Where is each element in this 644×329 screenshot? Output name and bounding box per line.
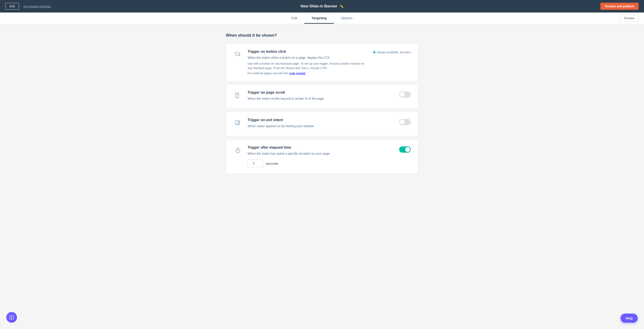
svg-line-9 (238, 121, 240, 123)
tab-edit[interactable]: Edit (284, 13, 304, 24)
page-scroll-desc: When the visitor scrolls beyond a certai… (248, 96, 394, 101)
button-click-external: For external pages use with the code sni… (248, 71, 368, 75)
trigger-card-button-click: Trigger on button click When the visitor… (226, 43, 418, 81)
elapsed-time-icon (233, 146, 242, 155)
code-snippet-link[interactable]: code snippet (289, 71, 306, 75)
exit-intent-body: Trigger on exit intent When visitor appe… (248, 118, 394, 130)
section-title: When should it be shown? (226, 33, 418, 38)
nav-left: Exit No unsaved changes (5, 3, 51, 9)
tab-navigation: Edit Targeting Options Preview (0, 12, 644, 24)
tab-options[interactable]: Options (334, 13, 360, 24)
trigger-card-elapsed-time: Trigger after elapsed time When the visi… (226, 139, 418, 174)
elapsed-time-desc: When the visitor has spent a specific du… (248, 151, 394, 156)
exit-intent-desc: When visitor appears to be leaving your … (248, 124, 394, 128)
duration-input[interactable] (248, 160, 263, 167)
exit-intent-title: Trigger on exit intent (248, 118, 394, 122)
preview-button[interactable]: Preview (620, 15, 639, 22)
svg-rect-8 (236, 121, 239, 124)
seconds-label: seconds (266, 162, 278, 165)
review-publish-button[interactable]: Review and publish (600, 3, 639, 10)
page-scroll-title: Trigger on page scroll (248, 90, 394, 94)
page-title-area: New Slide-in Banner ✏️ (300, 4, 343, 8)
edit-title-icon[interactable]: ✏️ (340, 4, 344, 8)
page-scroll-icon (233, 91, 242, 100)
elapsed-time-title: Trigger after elapsed time (248, 145, 394, 150)
exit-intent-toggle[interactable] (399, 119, 411, 125)
trigger-card-page-scroll: Trigger on page scroll When the visitor … (226, 84, 418, 109)
exit-intent-right (399, 119, 411, 125)
elapsed-time-toggle[interactable]: ✓ (399, 146, 411, 153)
tabs-container: Edit Targeting Options (284, 13, 360, 24)
page-scroll-toggle-knob (400, 92, 405, 97)
exit-intent-toggle-knob (400, 120, 405, 124)
svg-rect-0 (235, 52, 239, 55)
toggle-checkmark: ✓ (407, 148, 410, 151)
main-content: When should it be shown? Trigger on butt… (222, 24, 422, 186)
button-click-icon (233, 50, 242, 59)
exit-intent-icon (233, 118, 242, 127)
button-click-desc: When the visitor clicks a button on a pa… (248, 55, 368, 60)
page-scroll-toggle[interactable] (399, 91, 411, 98)
button-click-right: Always available, all users (373, 50, 411, 54)
unsaved-changes-label: No unsaved changes (24, 5, 51, 8)
button-click-body: Trigger on button click When the visitor… (248, 50, 368, 75)
page-title: New Slide-in Banner (300, 4, 337, 8)
page-scroll-right (399, 91, 411, 98)
always-available-label: Always available, all users (377, 50, 411, 54)
always-available-status: Always available, all users (373, 50, 411, 54)
tab-targeting[interactable]: Targeting (304, 13, 334, 24)
duration-row: seconds (248, 160, 394, 167)
page-scroll-body: Trigger on page scroll When the visitor … (248, 90, 394, 102)
svg-rect-3 (236, 93, 239, 97)
button-click-title: Trigger on button click (248, 50, 368, 54)
status-dot (373, 51, 376, 53)
button-click-subtext: Use with a button on any HubSpot page. T… (248, 61, 368, 70)
exit-button[interactable]: Exit (5, 3, 19, 9)
trigger-card-exit-intent: Trigger on exit intent When visitor appe… (226, 111, 418, 136)
elapsed-time-right: ✓ (399, 146, 411, 153)
elapsed-time-body: Trigger after elapsed time When the visi… (248, 145, 394, 167)
top-navigation: Exit No unsaved changes New Slide-in Ban… (0, 0, 644, 12)
